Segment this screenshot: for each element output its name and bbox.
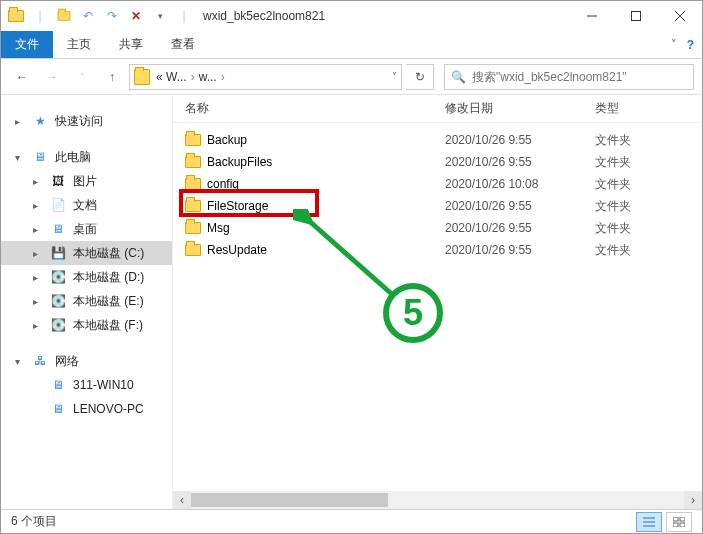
horizontal-scrollbar[interactable]: ‹ › — [173, 491, 702, 509]
address-dropdown-icon[interactable]: ˅ — [392, 71, 397, 82]
tree-label: 本地磁盘 (D:) — [73, 269, 144, 286]
up-button[interactable]: ↑ — [99, 64, 125, 90]
address-bar[interactable]: « W... › w... › ˅ — [129, 64, 402, 90]
qat-dropdown-icon[interactable]: ▾ — [149, 5, 171, 27]
tree-drive-c[interactable]: ▸ 💾 本地磁盘 (C:) — [1, 241, 172, 265]
tree-label: 311-WIN10 — [73, 378, 134, 392]
drive-icon: 💾 — [49, 246, 67, 260]
expand-icon[interactable]: ▸ — [33, 320, 43, 331]
nav-tree[interactable]: ▸ ★ 快速访问 ▾ 🖥 此电脑 ▸ 🖼 图片 ▸ 📄 文档 ▸ — [1, 95, 173, 509]
scroll-track[interactable] — [191, 491, 684, 509]
scroll-thumb[interactable] — [191, 493, 388, 507]
undo-icon[interactable]: ↶ — [77, 5, 99, 27]
tree-label: 本地磁盘 (F:) — [73, 317, 143, 334]
svg-rect-9 — [680, 517, 685, 521]
col-date[interactable]: 修改日期 — [445, 100, 595, 117]
expand-icon[interactable]: ▸ — [33, 296, 43, 307]
icons-view-button[interactable] — [666, 512, 692, 532]
body: ▸ ★ 快速访问 ▾ 🖥 此电脑 ▸ 🖼 图片 ▸ 📄 文档 ▸ — [1, 95, 702, 509]
search-box[interactable]: 🔍 — [444, 64, 694, 90]
redo-icon[interactable]: ↷ — [101, 5, 123, 27]
col-name[interactable]: 名称 — [185, 100, 445, 117]
expand-icon[interactable]: ▸ — [33, 248, 43, 259]
help-icon[interactable]: ? — [687, 38, 694, 52]
search-icon: 🔍 — [451, 70, 466, 84]
step-number: 5 — [403, 292, 423, 334]
tree-network[interactable]: ▾ 🖧 网络 — [1, 349, 172, 373]
list-item[interactable]: Msg 2020/10/26 9:55 文件夹 — [173, 217, 702, 239]
file-name: ResUpdate — [207, 243, 267, 257]
expand-icon[interactable]: ▸ — [33, 272, 43, 283]
crumb-2[interactable]: w... — [199, 70, 217, 84]
file-name: FileStorage — [207, 199, 268, 213]
tree-drive-f[interactable]: ▸ 💽 本地磁盘 (F:) — [1, 313, 172, 337]
list-item[interactable]: ResUpdate 2020/10/26 9:55 文件夹 — [173, 239, 702, 261]
tree-pictures[interactable]: ▸ 🖼 图片 — [1, 169, 172, 193]
qat-separator: | — [173, 5, 195, 27]
item-count: 6 个项目 — [11, 513, 57, 530]
tree-label: 本地磁盘 (E:) — [73, 293, 144, 310]
title-bar: | ↶ ↷ ✕ ▾ | wxid_bk5ec2lnoom821 — [1, 1, 702, 31]
forward-button[interactable]: → — [39, 64, 65, 90]
file-type: 文件夹 — [595, 176, 675, 193]
qat-props-icon[interactable] — [53, 5, 75, 27]
file-list-pane: 名称 修改日期 类型 Backup 2020/10/26 9:55 文件夹 Ba… — [173, 95, 702, 509]
tree-drive-e[interactable]: ▸ 💽 本地磁盘 (E:) — [1, 289, 172, 313]
recent-dropdown[interactable]: ˅ — [69, 64, 95, 90]
col-type[interactable]: 类型 — [595, 100, 675, 117]
tree-net-pc1[interactable]: ▸ 🖥 311-WIN10 — [1, 373, 172, 397]
tab-home[interactable]: 主页 — [53, 31, 105, 58]
list-item[interactable]: config 2020/10/26 10:08 文件夹 — [173, 173, 702, 195]
file-rows[interactable]: Backup 2020/10/26 9:55 文件夹 BackupFiles 2… — [173, 123, 702, 491]
chevron-right-icon[interactable]: › — [189, 70, 197, 84]
folder-icon — [185, 156, 201, 168]
file-name: BackupFiles — [207, 155, 272, 169]
explorer-window: | ↶ ↷ ✕ ▾ | wxid_bk5ec2lnoom821 文件 主页 共享… — [0, 0, 703, 534]
expand-icon[interactable]: ▸ — [33, 176, 43, 187]
tree-documents[interactable]: ▸ 📄 文档 — [1, 193, 172, 217]
maximize-button[interactable] — [614, 1, 658, 31]
chevron-right-icon[interactable]: › — [219, 70, 227, 84]
collapse-icon[interactable]: ▾ — [15, 356, 25, 367]
ribbon-expand-icon[interactable]: ˅ — [671, 38, 677, 51]
folder-icon — [185, 222, 201, 234]
tree-quick-access[interactable]: ▸ ★ 快速访问 — [1, 109, 172, 133]
list-item[interactable]: Backup 2020/10/26 9:55 文件夹 — [173, 129, 702, 151]
folder-icon — [134, 69, 150, 85]
collapse-icon[interactable]: ▾ — [15, 152, 25, 163]
tab-file[interactable]: 文件 — [1, 31, 53, 58]
refresh-button[interactable]: ↻ — [406, 64, 434, 90]
tree-label: 图片 — [73, 173, 97, 190]
tab-view[interactable]: 查看 — [157, 31, 209, 58]
search-input[interactable] — [472, 70, 687, 84]
file-date: 2020/10/26 9:55 — [445, 199, 595, 213]
nav-bar: ← → ˅ ↑ « W... › w... › ˅ ↻ 🔍 — [1, 59, 702, 95]
tree-net-pc2[interactable]: ▸ 🖥 LENOVO-PC — [1, 397, 172, 421]
expand-icon[interactable]: ▸ — [33, 200, 43, 211]
list-item[interactable]: FileStorage 2020/10/26 9:55 文件夹 — [173, 195, 702, 217]
folder-icon — [185, 134, 201, 146]
minimize-button[interactable] — [570, 1, 614, 31]
tree-desktop[interactable]: ▸ 🖥 桌面 — [1, 217, 172, 241]
tree-this-pc[interactable]: ▾ 🖥 此电脑 — [1, 145, 172, 169]
tree-drive-d[interactable]: ▸ 💽 本地磁盘 (D:) — [1, 265, 172, 289]
quick-access-toolbar: | ↶ ↷ ✕ ▾ | — [1, 5, 199, 27]
expand-icon[interactable]: ▸ — [15, 116, 25, 127]
back-button[interactable]: ← — [9, 64, 35, 90]
pictures-icon: 🖼 — [49, 174, 67, 188]
tab-share[interactable]: 共享 — [105, 31, 157, 58]
file-name: Backup — [207, 133, 247, 147]
delete-icon[interactable]: ✕ — [125, 5, 147, 27]
list-item[interactable]: BackupFiles 2020/10/26 9:55 文件夹 — [173, 151, 702, 173]
close-button[interactable] — [658, 1, 702, 31]
folder-icon — [185, 200, 201, 212]
details-view-button[interactable] — [636, 512, 662, 532]
tree-label: 此电脑 — [55, 149, 91, 166]
tree-label: 网络 — [55, 353, 79, 370]
crumb-1[interactable]: « W... — [156, 70, 187, 84]
expand-icon[interactable]: ▸ — [33, 224, 43, 235]
qat-separator: | — [29, 5, 51, 27]
scroll-left-icon[interactable]: ‹ — [173, 491, 191, 509]
folder-icon — [5, 5, 27, 27]
scroll-right-icon[interactable]: › — [684, 491, 702, 509]
